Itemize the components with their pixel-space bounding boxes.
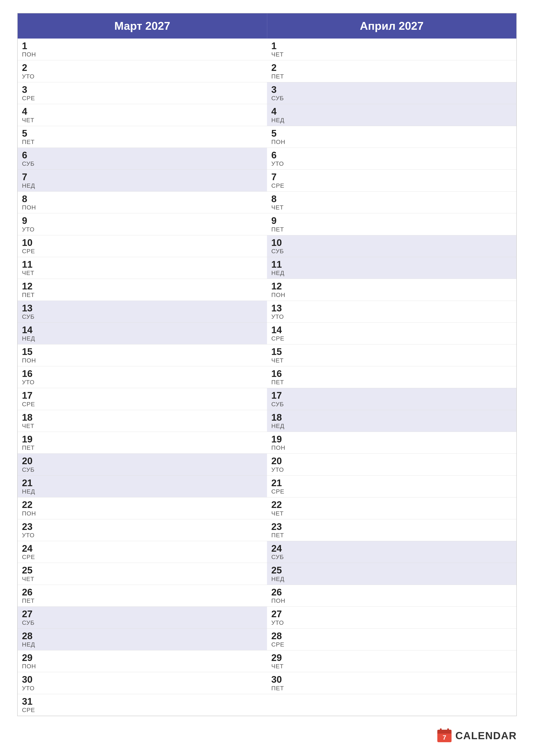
table-row: 30УТО30ПЕТ — [17, 672, 517, 694]
day-number: 29 — [271, 653, 512, 663]
april-day-cell: 15ЧЕТ — [267, 344, 517, 366]
day-number: 21 — [271, 478, 512, 488]
day-name: УТО — [22, 379, 263, 386]
table-row: 25ЧЕТ25НЕД — [17, 563, 517, 585]
day-number: 12 — [22, 281, 263, 291]
day-number: 24 — [271, 543, 512, 554]
march-day-cell: 7НЕД — [17, 170, 267, 191]
day-number: 11 — [22, 259, 263, 270]
table-row: 28НЕД28СРЕ — [17, 629, 517, 650]
day-number: 28 — [271, 631, 512, 641]
april-day-cell: 17СУБ — [267, 388, 517, 410]
page: Март 2027 Април 2027 1ПОН1ЧЕТ2УТО2ПЕТ3СР… — [0, 0, 534, 756]
day-number: 21 — [22, 478, 263, 488]
day-number: 6 — [271, 150, 512, 160]
day-number: 23 — [22, 522, 263, 532]
table-row: 8ПОН8ЧЕТ — [17, 191, 517, 213]
day-number: 5 — [22, 128, 263, 139]
table-row: 12ПЕТ12ПОН — [17, 279, 517, 301]
day-number: 25 — [22, 565, 263, 576]
march-day-cell: 26ПЕТ — [17, 585, 267, 607]
april-day-cell: 4НЕД — [267, 104, 517, 126]
april-day-cell: 14СРЕ — [267, 323, 517, 344]
day-name: ЧЕТ — [271, 510, 512, 517]
day-number: 22 — [271, 500, 512, 510]
table-row: 14НЕД14СРЕ — [17, 323, 517, 344]
day-name: СРЕ — [271, 488, 512, 495]
footer-logo: 7 CALENDAR — [437, 728, 517, 743]
day-name: СУБ — [271, 401, 512, 408]
march-day-cell: 13СУБ — [17, 301, 267, 322]
svg-text:7: 7 — [443, 734, 446, 741]
day-name: СУБ — [271, 95, 512, 102]
day-name: СУБ — [22, 313, 263, 320]
day-name: НЕД — [22, 335, 263, 342]
day-number: 20 — [22, 456, 263, 466]
svg-rect-2 — [437, 732, 451, 734]
april-header: Април 2027 — [267, 13, 517, 39]
april-day-cell: 6УТО — [267, 148, 517, 169]
march-day-cell: 16УТО — [17, 366, 267, 388]
april-day-cell: 16ПЕТ — [267, 366, 517, 388]
day-name: ПЕТ — [271, 685, 512, 692]
day-name: НЕД — [22, 488, 263, 495]
day-number: 3 — [271, 85, 512, 95]
day-name: ПОН — [22, 510, 263, 517]
calendar-table: Март 2027 Април 2027 1ПОН1ЧЕТ2УТО2ПЕТ3СР… — [17, 13, 517, 716]
day-number: 22 — [22, 500, 263, 510]
day-name: НЕД — [271, 270, 512, 277]
table-row: 10СРЕ10СУБ — [17, 235, 517, 257]
march-day-cell: 30УТО — [17, 672, 267, 694]
table-row: 13СУБ13УТО — [17, 301, 517, 322]
april-day-cell: 23ПЕТ — [267, 519, 517, 541]
day-number: 29 — [22, 653, 263, 663]
day-name: ЧЕТ — [271, 51, 512, 58]
svg-rect-3 — [440, 728, 442, 732]
table-row: 21НЕД21СРЕ — [17, 475, 517, 497]
march-day-cell: 31СРЕ — [17, 694, 267, 716]
day-number: 12 — [271, 281, 512, 291]
day-name: ПЕТ — [22, 597, 263, 604]
march-day-cell: 24СРЕ — [17, 541, 267, 563]
logo-label: CALENDAR — [455, 730, 517, 742]
april-day-cell: 9ПЕТ — [267, 213, 517, 235]
table-row: 20СУБ20УТО — [17, 454, 517, 475]
day-name: УТО — [271, 313, 512, 320]
day-number: 10 — [22, 237, 263, 248]
day-name: СУБ — [271, 248, 512, 255]
day-name: СРЕ — [22, 401, 263, 408]
day-number: 27 — [22, 609, 263, 619]
header-row: Март 2027 Април 2027 — [17, 13, 517, 39]
table-row: 19ПЕТ19ПОН — [17, 432, 517, 454]
april-day-cell: 2ПЕТ — [267, 60, 517, 82]
table-row: 7НЕД7СРЕ — [17, 170, 517, 191]
day-name: ЧЕТ — [271, 663, 512, 670]
day-number: 16 — [22, 368, 263, 379]
day-number: 10 — [271, 237, 512, 248]
march-day-cell: 18ЧЕТ — [17, 410, 267, 432]
day-name: СРЕ — [271, 335, 512, 342]
march-header: Март 2027 — [17, 13, 267, 39]
march-day-cell: 28НЕД — [17, 629, 267, 650]
table-row: 22ПОН22ЧЕТ — [17, 498, 517, 519]
march-day-cell: 8ПОН — [17, 191, 267, 213]
day-name: СРЕ — [22, 95, 263, 102]
table-row: 17СРЕ17СУБ — [17, 388, 517, 410]
day-number: 11 — [271, 259, 512, 270]
day-number: 8 — [22, 194, 263, 204]
day-name: ПОН — [22, 204, 263, 211]
day-number: 25 — [271, 565, 512, 576]
day-number: 2 — [271, 63, 512, 73]
table-row: 5ПЕТ5ПОН — [17, 126, 517, 148]
day-name: НЕД — [22, 641, 263, 648]
day-number: 30 — [22, 674, 263, 685]
march-day-cell: 5ПЕТ — [17, 126, 267, 148]
day-number: 19 — [271, 434, 512, 445]
table-row: 15ПОН15ЧЕТ — [17, 344, 517, 366]
april-day-cell: 7СРЕ — [267, 170, 517, 191]
day-name: ЧЕТ — [22, 270, 263, 277]
march-day-cell: 22ПОН — [17, 498, 267, 519]
day-number: 15 — [271, 346, 512, 357]
day-number: 20 — [271, 456, 512, 466]
april-day-cell: 27УТО — [267, 607, 517, 629]
